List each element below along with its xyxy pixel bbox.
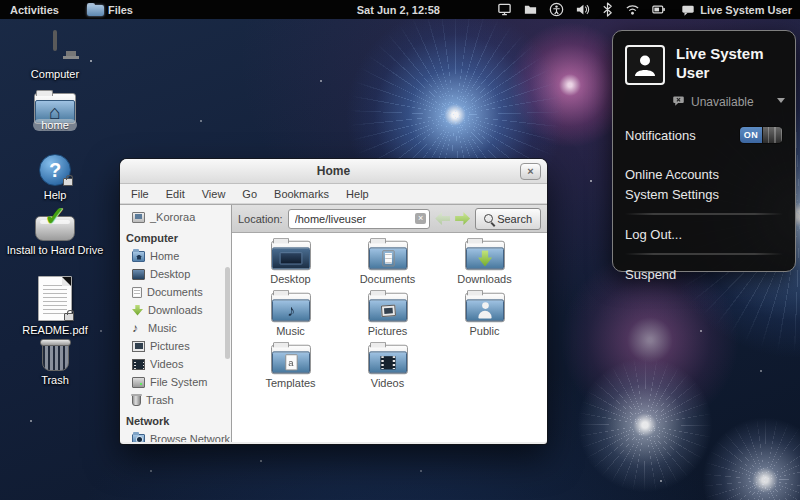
sidebar-item-label: Browse Network: [150, 433, 230, 442]
bluetooth-icon[interactable]: [601, 2, 614, 17]
menu-separator: [625, 253, 783, 255]
downloads-folder-icon: [465, 241, 505, 270]
location-input[interactable]: [288, 209, 430, 229]
window-titlebar[interactable]: Home: [120, 159, 547, 184]
chat-status-icon: [672, 94, 685, 110]
file-label: Pictures: [368, 325, 408, 337]
notifications-toggle[interactable]: ON: [739, 126, 783, 144]
sidebar-item-music[interactable]: Music: [120, 319, 231, 337]
documents-folder-icon: [368, 241, 408, 270]
user-menu-name: Live System User: [676, 45, 783, 83]
menu-go[interactable]: Go: [242, 188, 257, 200]
desktop-icon-computer[interactable]: Computer: [13, 32, 97, 80]
home-folder-icon: [132, 251, 145, 262]
file-label: Downloads: [457, 273, 511, 285]
computer-icon: [132, 212, 145, 223]
menu-bookmarks[interactable]: Bookmarks: [274, 188, 329, 200]
top-bar: Activities Files Sat Jun 2, 12:58 Live S…: [0, 0, 800, 19]
sidebar-item-home[interactable]: Home: [120, 247, 231, 265]
sidebar-item-label: Music: [148, 322, 177, 334]
sidebar-item-label: Downloads: [148, 304, 202, 316]
folder-icon[interactable]: [523, 2, 538, 17]
desktop-icon-help[interactable]: Help: [13, 154, 97, 201]
menu-view[interactable]: View: [202, 188, 226, 200]
avatar[interactable]: [625, 45, 665, 85]
file-label: Desktop: [270, 273, 310, 285]
menu-item-log-out[interactable]: Log Out...: [625, 224, 783, 244]
sidebar-item-pictures[interactable]: Pictures: [120, 337, 231, 355]
menu-item-online-accounts[interactable]: Online Accounts: [625, 164, 783, 184]
desktop-folder-icon: [271, 241, 311, 270]
places-sidebar: _Kororaa Computer Home Desktop Documents…: [120, 205, 232, 442]
desktop-icon-label: Computer: [31, 68, 79, 80]
accessibility-icon[interactable]: [549, 2, 564, 17]
location-toolbar: Location: Search: [232, 205, 547, 233]
menu-help[interactable]: Help: [346, 188, 369, 200]
sidebar-item-browse-network[interactable]: Browse Network: [120, 430, 231, 442]
file-label: Music: [276, 325, 305, 337]
status-selector[interactable]: Unavailable: [672, 94, 783, 110]
back-button[interactable]: [435, 212, 450, 225]
videos-folder-icon: [368, 345, 408, 374]
display-icon[interactable]: [497, 2, 512, 17]
desktop-icon-trash[interactable]: Trash: [13, 341, 97, 386]
sidebar-item-trash[interactable]: Trash: [120, 391, 231, 409]
menu-file[interactable]: File: [131, 188, 149, 200]
activities-button[interactable]: Activities: [0, 0, 69, 19]
file-public[interactable]: Public: [436, 292, 533, 344]
toggle-knob: [762, 127, 782, 143]
user-name-label: Live System User: [700, 4, 792, 16]
desktop-icon-label: home: [33, 119, 77, 131]
desktop-icon-readme[interactable]: README.pdf: [13, 276, 97, 336]
file-label: Documents: [360, 273, 416, 285]
sidebar-item-documents[interactable]: Documents: [120, 283, 231, 301]
trash-icon: [42, 341, 69, 371]
sidebar-item-label: Home: [150, 250, 179, 262]
wifi-icon[interactable]: [625, 2, 640, 17]
file-desktop[interactable]: Desktop: [242, 240, 339, 292]
desktop-icon: [132, 269, 145, 280]
search-icon: [484, 214, 493, 223]
check-emblem-icon: [44, 201, 66, 232]
battery-icon[interactable]: [651, 2, 666, 17]
sidebar-item-downloads[interactable]: Downloads: [120, 301, 231, 319]
sidebar-item-label: Documents: [147, 286, 203, 298]
files-app-icon: [87, 3, 104, 16]
notifications-label: Notifications: [625, 128, 696, 143]
file-downloads[interactable]: Downloads: [436, 240, 533, 292]
search-label: Search: [497, 213, 532, 225]
desktop-icon-label: Help: [44, 189, 67, 201]
sidebar-item-desktop[interactable]: Desktop: [120, 265, 231, 283]
volume-icon[interactable]: [575, 2, 590, 17]
file-templates[interactable]: Templates: [242, 344, 339, 396]
desktop-icon-home[interactable]: ⌂ home: [13, 93, 97, 131]
sidebar-item-kororaa[interactable]: _Kororaa: [120, 208, 231, 226]
files-window: Home File Edit View Go Bookmarks Help _K…: [120, 159, 547, 444]
sidebar-item-videos[interactable]: Videos: [120, 355, 231, 373]
sidebar-scrollbar[interactable]: [225, 267, 230, 359]
sidebar-item-filesystem[interactable]: File System: [120, 373, 231, 391]
file-documents[interactable]: Documents: [339, 240, 436, 292]
close-button[interactable]: [520, 163, 541, 180]
menu-item-suspend[interactable]: Suspend: [625, 264, 783, 284]
clock[interactable]: Sat Jun 2, 12:58: [357, 0, 440, 19]
search-button[interactable]: Search: [475, 208, 541, 230]
status-label: Unavailable: [691, 95, 754, 109]
user-menu-button[interactable]: Live System User: [681, 3, 796, 17]
clock-label: Sat Jun 2, 12:58: [357, 4, 440, 16]
file-music[interactable]: Music: [242, 292, 339, 344]
clear-location-icon[interactable]: [415, 213, 426, 224]
sidebar-item-label: _Kororaa: [150, 211, 195, 223]
file-pictures[interactable]: Pictures: [339, 292, 436, 344]
sidebar-header-network: Network: [120, 412, 231, 430]
toggle-on-label: ON: [740, 127, 762, 143]
menu-item-system-settings[interactable]: System Settings: [625, 184, 783, 204]
file-label: Templates: [265, 377, 315, 389]
file-videos[interactable]: Videos: [339, 344, 436, 396]
app-menu-button[interactable]: Files: [87, 3, 133, 16]
forward-button[interactable]: [455, 212, 470, 225]
desktop-icon-install[interactable]: Install to Hard Drive: [0, 208, 110, 256]
sidebar-item-label: Trash: [146, 394, 174, 406]
desktop-icon-label: Trash: [41, 374, 69, 386]
menu-edit[interactable]: Edit: [166, 188, 185, 200]
